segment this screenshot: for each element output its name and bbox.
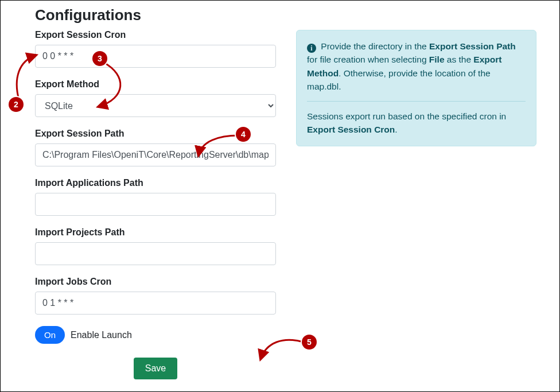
save-row: Save	[35, 358, 276, 379]
enable-launch-toggle[interactable]: On	[35, 326, 65, 344]
import-jobs-cron-group: Import Jobs Cron	[35, 277, 276, 315]
info-p1-bold1: Export Session Path	[429, 41, 516, 51]
info-para-1: i Provide the directory in the Export Se…	[307, 40, 526, 93]
annotation-badge-5: 5	[302, 335, 317, 350]
info-p1-bold2: File	[429, 55, 445, 64]
info-panel: i Provide the directory in the Export Se…	[296, 30, 536, 146]
info-p2-bold1: Export Session Cron	[307, 125, 395, 134]
form-column: Export Session Cron Export Method SQLite…	[35, 30, 276, 379]
info-divider	[307, 101, 526, 102]
export-session-cron-input[interactable]	[35, 45, 276, 68]
annotation-badge-2: 2	[9, 97, 24, 112]
page-title: Configurations	[35, 6, 536, 24]
content-row: Export Session Cron Export Method SQLite…	[35, 30, 536, 379]
info-para-2: Sessions export run based on the specifi…	[307, 110, 526, 137]
save-button[interactable]: Save	[134, 358, 177, 379]
import-projects-path-input[interactable]	[35, 242, 276, 265]
info-p1-text3: as the	[445, 55, 474, 64]
export-session-path-input[interactable]	[35, 143, 276, 166]
export-session-cron-group: Export Session Cron	[35, 30, 276, 68]
import-applications-path-input[interactable]	[35, 193, 276, 216]
annotation-badge-3: 3	[92, 51, 107, 66]
export-method-group: Export Method SQLite File	[35, 79, 276, 117]
info-p1-text2: for file creation when selecting	[307, 55, 429, 64]
info-p1-text1: Provide the directory in the	[321, 41, 429, 51]
page-container: Configurations Export Session Cron Expor…	[0, 0, 560, 392]
enable-launch-row: On Enable Launch	[35, 326, 276, 344]
export-session-cron-label: Export Session Cron	[35, 30, 276, 40]
info-p2-text1: Sessions export run based on the specifi…	[307, 111, 506, 121]
enable-launch-label: Enable Launch	[71, 330, 132, 340]
import-projects-path-label: Import Projects Path	[35, 227, 276, 238]
annotation-badge-4: 4	[236, 127, 251, 142]
info-p2-text2: .	[395, 125, 397, 134]
import-projects-path-group: Import Projects Path	[35, 227, 276, 265]
info-icon: i	[307, 44, 316, 53]
export-method-label: Export Method	[35, 79, 276, 90]
import-applications-path-label: Import Applications Path	[35, 178, 276, 188]
import-applications-path-group: Import Applications Path	[35, 178, 276, 216]
info-column: i Provide the directory in the Export Se…	[296, 30, 536, 146]
import-jobs-cron-label: Import Jobs Cron	[35, 277, 276, 287]
import-jobs-cron-input[interactable]	[35, 292, 276, 315]
export-method-select[interactable]: SQLite File	[35, 94, 276, 117]
